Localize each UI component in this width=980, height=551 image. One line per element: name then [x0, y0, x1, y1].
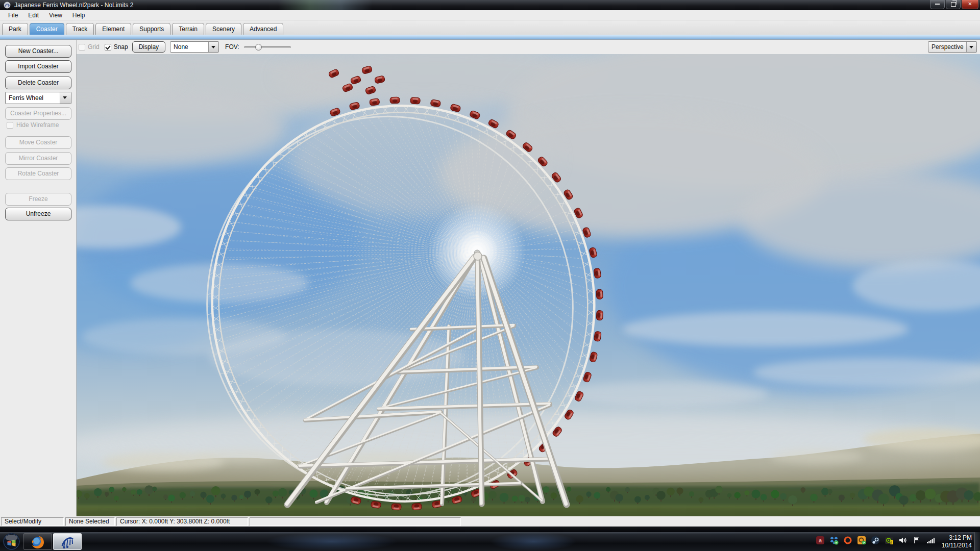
window-bottom-edge [0, 527, 980, 532]
coaster-select-dropdown[interactable]: Ferris Wheel [5, 92, 71, 104]
tab-coaster[interactable]: Coaster [30, 23, 64, 35]
move-coaster-button[interactable]: Move Coaster [5, 136, 71, 149]
firefox-icon [30, 534, 45, 549]
import-coaster-button[interactable]: Import Coaster [5, 60, 71, 73]
unfreeze-button[interactable]: Unfreeze [5, 208, 71, 220]
app-icon [4, 2, 11, 9]
taskbar-firefox-button[interactable] [23, 533, 52, 550]
new-coaster-button[interactable]: New Coaster... [5, 45, 71, 58]
system-tray: a [816, 536, 935, 545]
status-empty-panel [250, 517, 461, 526]
volume-icon[interactable] [898, 536, 908, 545]
chevron-down-icon[interactable] [966, 42, 976, 52]
chevron-down-icon[interactable] [60, 92, 71, 104]
gondola [596, 289, 603, 299]
tab-park[interactable]: Park [2, 23, 28, 35]
ferris-wheel-scene [77, 54, 980, 516]
restore-icon [951, 2, 956, 7]
updater-icon[interactable] [857, 536, 866, 545]
freeze-button[interactable]: Freeze [5, 193, 71, 206]
nolimits2-icon [59, 534, 76, 549]
start-button[interactable] [3, 533, 20, 550]
status-cursor: Cursor: X: 0.000ft Y: 303.800ft Z: 0.000… [116, 517, 248, 526]
close-button[interactable]: ✕ [962, 0, 978, 9]
red-app-icon[interactable]: a [816, 536, 825, 545]
display-filter-dropdown[interactable]: None [170, 41, 219, 53]
fov-slider-track[interactable] [244, 46, 291, 48]
chevron-down-icon[interactable] [208, 42, 218, 52]
gondola [370, 98, 380, 106]
tab-bar: Park Coaster Track Element Supports Terr… [0, 20, 980, 35]
menu-edit[interactable]: Edit [23, 11, 44, 19]
menu-view[interactable]: View [44, 11, 67, 19]
action-center-flag-icon[interactable] [912, 536, 921, 545]
camera-mode-value: Perspective [932, 42, 964, 52]
gondola [412, 503, 422, 510]
clock-time: 3:12 PM [928, 534, 972, 542]
menu-file[interactable]: File [3, 11, 23, 19]
fov-slider-handle[interactable] [255, 44, 262, 51]
screen: Japanese Ferris Wheel.nl2park - NoLimits… [0, 0, 980, 551]
tab-terrain[interactable]: Terrain [172, 23, 204, 35]
origin-icon[interactable] [843, 536, 852, 545]
status-mode: Select/Modify [1, 517, 64, 526]
dropbox-icon[interactable] [829, 536, 839, 545]
status-bar: Select/Modify None Selected Cursor: X: 0… [0, 516, 980, 527]
close-icon: ✕ [968, 1, 972, 7]
svg-text:a: a [819, 537, 822, 543]
menu-bar: File Edit View Help [0, 10, 980, 20]
tab-supports[interactable]: Supports [133, 23, 170, 35]
restore-button[interactable] [946, 0, 961, 9]
grid-label: Grid [88, 43, 100, 51]
gondola [596, 310, 603, 320]
rotate-coaster-button[interactable]: Rotate Coaster [5, 167, 71, 180]
show-desktop-button[interactable] [974, 532, 980, 551]
gondola [594, 331, 601, 342]
taskbar-nolimits2-button[interactable] [53, 533, 82, 550]
camera-mode-dropdown[interactable]: Perspective [928, 41, 977, 53]
minimize-icon [935, 4, 940, 5]
taskbar-clock[interactable]: 3:12 PM 10/11/2014 [928, 534, 972, 549]
gondola [390, 97, 400, 104]
display-filter-value: None [174, 42, 188, 52]
gondola [410, 97, 421, 104]
minimize-button[interactable] [930, 0, 945, 9]
tab-track[interactable]: Track [66, 23, 94, 35]
coaster-select-value: Ferris Wheel [9, 94, 43, 102]
taskbar-glass-glow [265, 532, 398, 551]
coaster-properties-button[interactable]: Coaster Properties... [5, 107, 71, 120]
active-tab-strip [0, 35, 980, 40]
toolbar: Grid Snap Display None FOV: Perspective [77, 40, 980, 54]
hide-wireframe-label: Hide Wireframe [16, 121, 59, 129]
hide-wireframe-row: Hide Wireframe [7, 121, 59, 129]
viewport-3d-canvas[interactable] [77, 54, 980, 516]
mirror-coaster-button[interactable]: Mirror Coaster [5, 152, 71, 165]
window-title: Japanese Ferris Wheel.nl2park - NoLimits… [14, 2, 133, 9]
gondola [391, 504, 402, 510]
hide-wireframe-checkbox[interactable] [7, 122, 13, 129]
tab-element[interactable]: Element [95, 23, 131, 35]
steam-icon[interactable] [871, 536, 880, 545]
status-selection: None Selected [65, 517, 115, 526]
title-bar: Japanese Ferris Wheel.nl2park - NoLimits… [0, 0, 980, 10]
snap-label: Snap [114, 43, 128, 51]
taskbar-glass-glow [490, 532, 577, 551]
menu-help[interactable]: Help [67, 11, 90, 19]
snap-checkbox[interactable] [105, 44, 111, 51]
fov-slider[interactable] [244, 44, 291, 51]
fov-label: FOV: [225, 43, 239, 51]
delete-coaster-button[interactable]: Delete Coaster [5, 77, 71, 89]
nvidia-icon[interactable] [885, 536, 894, 545]
clock-date: 10/11/2014 [928, 542, 972, 549]
tab-scenery[interactable]: Scenery [206, 23, 241, 35]
display-button[interactable]: Display [132, 41, 165, 53]
grid-checkbox[interactable] [79, 44, 85, 51]
tab-advanced[interactable]: Advanced [243, 23, 283, 35]
coaster-sidebar: New Coaster... Import Coaster Delete Coa… [0, 40, 77, 516]
